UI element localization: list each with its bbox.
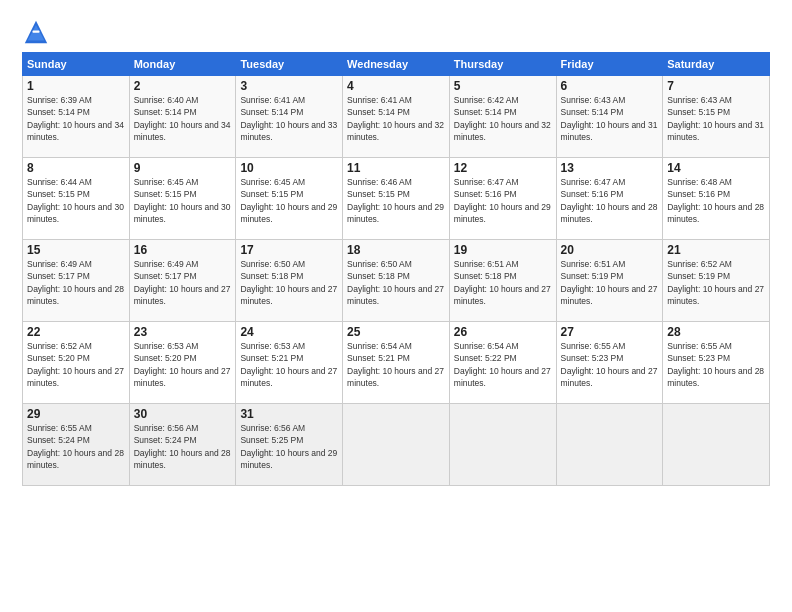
day-info: Sunrise: 6:51 AMSunset: 5:19 PMDaylight:… <box>561 259 658 306</box>
calendar-cell: 29 Sunrise: 6:55 AMSunset: 5:24 PMDaylig… <box>23 404 130 486</box>
day-info: Sunrise: 6:41 AMSunset: 5:14 PMDaylight:… <box>347 95 444 142</box>
calendar-cell: 22 Sunrise: 6:52 AMSunset: 5:20 PMDaylig… <box>23 322 130 404</box>
weekday-friday: Friday <box>556 53 663 76</box>
weekday-wednesday: Wednesday <box>343 53 450 76</box>
day-info: Sunrise: 6:46 AMSunset: 5:15 PMDaylight:… <box>347 177 444 224</box>
day-number: 2 <box>134 79 232 93</box>
calendar-cell: 18 Sunrise: 6:50 AMSunset: 5:18 PMDaylig… <box>343 240 450 322</box>
day-number: 16 <box>134 243 232 257</box>
calendar-cell: 15 Sunrise: 6:49 AMSunset: 5:17 PMDaylig… <box>23 240 130 322</box>
calendar-cell <box>663 404 770 486</box>
day-info: Sunrise: 6:56 AMSunset: 5:24 PMDaylight:… <box>134 423 231 470</box>
day-number: 9 <box>134 161 232 175</box>
calendar-cell: 8 Sunrise: 6:44 AMSunset: 5:15 PMDayligh… <box>23 158 130 240</box>
calendar-cell: 17 Sunrise: 6:50 AMSunset: 5:18 PMDaylig… <box>236 240 343 322</box>
calendar-cell: 28 Sunrise: 6:55 AMSunset: 5:23 PMDaylig… <box>663 322 770 404</box>
calendar-cell: 5 Sunrise: 6:42 AMSunset: 5:14 PMDayligh… <box>449 76 556 158</box>
day-number: 27 <box>561 325 659 339</box>
calendar-cell: 11 Sunrise: 6:46 AMSunset: 5:15 PMDaylig… <box>343 158 450 240</box>
day-number: 29 <box>27 407 125 421</box>
day-info: Sunrise: 6:52 AMSunset: 5:19 PMDaylight:… <box>667 259 764 306</box>
logo-icon <box>22 18 50 46</box>
day-info: Sunrise: 6:39 AMSunset: 5:14 PMDaylight:… <box>27 95 124 142</box>
day-number: 20 <box>561 243 659 257</box>
calendar-cell <box>556 404 663 486</box>
week-row-1: 1 Sunrise: 6:39 AMSunset: 5:14 PMDayligh… <box>23 76 770 158</box>
day-number: 23 <box>134 325 232 339</box>
calendar-cell: 24 Sunrise: 6:53 AMSunset: 5:21 PMDaylig… <box>236 322 343 404</box>
day-info: Sunrise: 6:55 AMSunset: 5:23 PMDaylight:… <box>561 341 658 388</box>
day-number: 4 <box>347 79 445 93</box>
calendar-cell: 26 Sunrise: 6:54 AMSunset: 5:22 PMDaylig… <box>449 322 556 404</box>
logo <box>22 18 54 46</box>
calendar-cell: 20 Sunrise: 6:51 AMSunset: 5:19 PMDaylig… <box>556 240 663 322</box>
calendar-cell: 9 Sunrise: 6:45 AMSunset: 5:15 PMDayligh… <box>129 158 236 240</box>
day-info: Sunrise: 6:42 AMSunset: 5:14 PMDaylight:… <box>454 95 551 142</box>
calendar-cell: 31 Sunrise: 6:56 AMSunset: 5:25 PMDaylig… <box>236 404 343 486</box>
day-number: 24 <box>240 325 338 339</box>
weekday-thursday: Thursday <box>449 53 556 76</box>
calendar-cell: 27 Sunrise: 6:55 AMSunset: 5:23 PMDaylig… <box>556 322 663 404</box>
day-number: 6 <box>561 79 659 93</box>
day-info: Sunrise: 6:48 AMSunset: 5:16 PMDaylight:… <box>667 177 764 224</box>
day-info: Sunrise: 6:47 AMSunset: 5:16 PMDaylight:… <box>561 177 658 224</box>
day-info: Sunrise: 6:56 AMSunset: 5:25 PMDaylight:… <box>240 423 337 470</box>
day-number: 28 <box>667 325 765 339</box>
day-number: 14 <box>667 161 765 175</box>
calendar-cell: 19 Sunrise: 6:51 AMSunset: 5:18 PMDaylig… <box>449 240 556 322</box>
day-info: Sunrise: 6:41 AMSunset: 5:14 PMDaylight:… <box>240 95 337 142</box>
weekday-sunday: Sunday <box>23 53 130 76</box>
day-info: Sunrise: 6:54 AMSunset: 5:22 PMDaylight:… <box>454 341 551 388</box>
day-number: 19 <box>454 243 552 257</box>
day-number: 31 <box>240 407 338 421</box>
day-info: Sunrise: 6:44 AMSunset: 5:15 PMDaylight:… <box>27 177 124 224</box>
day-info: Sunrise: 6:47 AMSunset: 5:16 PMDaylight:… <box>454 177 551 224</box>
week-row-5: 29 Sunrise: 6:55 AMSunset: 5:24 PMDaylig… <box>23 404 770 486</box>
calendar-cell: 10 Sunrise: 6:45 AMSunset: 5:15 PMDaylig… <box>236 158 343 240</box>
day-number: 1 <box>27 79 125 93</box>
header <box>22 18 770 46</box>
calendar-cell: 30 Sunrise: 6:56 AMSunset: 5:24 PMDaylig… <box>129 404 236 486</box>
day-number: 15 <box>27 243 125 257</box>
calendar-cell: 12 Sunrise: 6:47 AMSunset: 5:16 PMDaylig… <box>449 158 556 240</box>
day-info: Sunrise: 6:50 AMSunset: 5:18 PMDaylight:… <box>347 259 444 306</box>
day-info: Sunrise: 6:53 AMSunset: 5:21 PMDaylight:… <box>240 341 337 388</box>
day-number: 3 <box>240 79 338 93</box>
day-number: 7 <box>667 79 765 93</box>
day-number: 11 <box>347 161 445 175</box>
weekday-monday: Monday <box>129 53 236 76</box>
calendar-table: SundayMondayTuesdayWednesdayThursdayFrid… <box>22 52 770 486</box>
day-info: Sunrise: 6:54 AMSunset: 5:21 PMDaylight:… <box>347 341 444 388</box>
week-row-2: 8 Sunrise: 6:44 AMSunset: 5:15 PMDayligh… <box>23 158 770 240</box>
day-info: Sunrise: 6:51 AMSunset: 5:18 PMDaylight:… <box>454 259 551 306</box>
calendar-cell <box>343 404 450 486</box>
calendar-cell: 3 Sunrise: 6:41 AMSunset: 5:14 PMDayligh… <box>236 76 343 158</box>
calendar-cell: 25 Sunrise: 6:54 AMSunset: 5:21 PMDaylig… <box>343 322 450 404</box>
day-number: 10 <box>240 161 338 175</box>
calendar-cell: 21 Sunrise: 6:52 AMSunset: 5:19 PMDaylig… <box>663 240 770 322</box>
day-info: Sunrise: 6:55 AMSunset: 5:23 PMDaylight:… <box>667 341 764 388</box>
week-row-4: 22 Sunrise: 6:52 AMSunset: 5:20 PMDaylig… <box>23 322 770 404</box>
day-number: 22 <box>27 325 125 339</box>
calendar-cell: 14 Sunrise: 6:48 AMSunset: 5:16 PMDaylig… <box>663 158 770 240</box>
calendar-cell: 16 Sunrise: 6:49 AMSunset: 5:17 PMDaylig… <box>129 240 236 322</box>
day-number: 13 <box>561 161 659 175</box>
day-info: Sunrise: 6:45 AMSunset: 5:15 PMDaylight:… <box>240 177 337 224</box>
day-info: Sunrise: 6:40 AMSunset: 5:14 PMDaylight:… <box>134 95 231 142</box>
day-number: 8 <box>27 161 125 175</box>
calendar-cell: 4 Sunrise: 6:41 AMSunset: 5:14 PMDayligh… <box>343 76 450 158</box>
day-number: 26 <box>454 325 552 339</box>
day-info: Sunrise: 6:55 AMSunset: 5:24 PMDaylight:… <box>27 423 124 470</box>
day-number: 12 <box>454 161 552 175</box>
day-number: 5 <box>454 79 552 93</box>
calendar-cell <box>449 404 556 486</box>
weekday-header-row: SundayMondayTuesdayWednesdayThursdayFrid… <box>23 53 770 76</box>
weekday-saturday: Saturday <box>663 53 770 76</box>
day-number: 30 <box>134 407 232 421</box>
calendar-page: SundayMondayTuesdayWednesdayThursdayFrid… <box>0 0 792 612</box>
day-info: Sunrise: 6:43 AMSunset: 5:15 PMDaylight:… <box>667 95 764 142</box>
calendar-cell: 1 Sunrise: 6:39 AMSunset: 5:14 PMDayligh… <box>23 76 130 158</box>
calendar-cell: 6 Sunrise: 6:43 AMSunset: 5:14 PMDayligh… <box>556 76 663 158</box>
calendar-cell: 23 Sunrise: 6:53 AMSunset: 5:20 PMDaylig… <box>129 322 236 404</box>
weekday-tuesday: Tuesday <box>236 53 343 76</box>
